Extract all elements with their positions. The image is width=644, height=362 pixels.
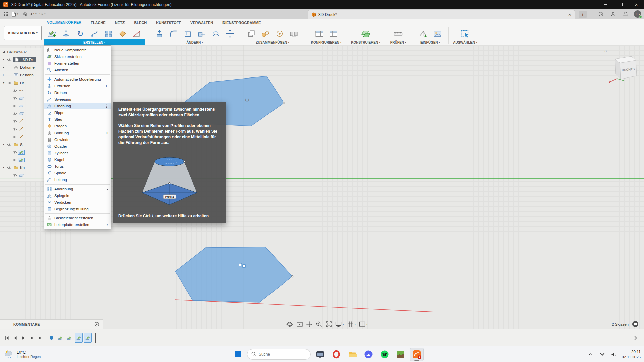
search-input[interactable] xyxy=(259,352,302,357)
move-button[interactable] xyxy=(224,28,236,40)
ribbon-tab-blech[interactable]: BLECH xyxy=(134,21,147,25)
construction-plane-button[interactable] xyxy=(360,28,372,40)
emboss-button[interactable] xyxy=(116,28,129,40)
sketch-hexagon-bottom[interactable] xyxy=(175,247,292,302)
ribbon-tab-kunststoff[interactable]: KUNSTSTOFF xyxy=(156,21,181,25)
ribbon-tab-dienstprogramme[interactable]: DIENSTPROGRAMME xyxy=(222,21,261,25)
menu-item-drehen[interactable]: ↻Drehen xyxy=(44,89,111,96)
play-button[interactable] xyxy=(19,333,28,343)
display-button[interactable]: ▾ xyxy=(335,321,344,327)
menu-item-basiselement-erstellen[interactable]: Basiselement erstellen xyxy=(44,215,111,221)
fusion-app-button[interactable] xyxy=(410,348,424,361)
timeline-feature-sketch[interactable] xyxy=(65,333,73,343)
group-label-ändern[interactable]: ÄNDERN▾ xyxy=(152,39,238,45)
fillet-button[interactable] xyxy=(167,28,180,40)
explorer-app-button[interactable] xyxy=(346,348,359,361)
joint-button[interactable] xyxy=(259,28,271,40)
group-label-einfügen[interactable]: EINFÜGEN▾ xyxy=(413,39,447,45)
expand-open-icon[interactable]: ▾ xyxy=(1,81,6,84)
ribbon-tab-netz[interactable]: NETZ xyxy=(115,21,125,25)
origin-point-handle[interactable] xyxy=(243,265,245,267)
visibility-eye-icon[interactable] xyxy=(11,151,18,154)
menu-item-neue-komponente[interactable]: Neue Komponente xyxy=(44,47,111,53)
avatar-button[interactable] xyxy=(609,10,617,18)
decal-button[interactable] xyxy=(431,28,443,40)
config-table-button[interactable] xyxy=(327,28,339,40)
menu-item-verdicken[interactable]: Verdicken xyxy=(44,199,111,206)
split-button[interactable] xyxy=(131,28,143,40)
timeline-feature-sketch[interactable] xyxy=(75,333,83,343)
visibility-eye-icon[interactable] xyxy=(11,97,18,100)
new-tab-button[interactable]: + xyxy=(579,11,587,18)
orbit-button[interactable] xyxy=(286,321,293,328)
menu-item-steg[interactable]: Steg xyxy=(44,116,111,123)
expand-closed-icon[interactable]: ▸ xyxy=(1,73,6,76)
bell-button[interactable] xyxy=(622,10,630,18)
weather-widget[interactable]: 10°C Leichter Regen xyxy=(4,346,41,362)
volume-button[interactable] xyxy=(610,350,618,358)
chevron-up-button[interactable] xyxy=(586,350,594,358)
visibility-eye-icon[interactable] xyxy=(6,143,13,146)
maximize-button[interactable] xyxy=(613,0,629,9)
menu-item-leitung[interactable]: Leitung xyxy=(44,176,111,183)
visibility-eye-icon[interactable] xyxy=(11,135,18,139)
timeline-settings-gear-icon[interactable] xyxy=(633,335,638,340)
menu-item-bohrung[interactable]: BohrungH xyxy=(44,130,111,136)
tray-clock[interactable]: 20:11 02.11.2025 xyxy=(622,349,641,360)
extrude-button[interactable] xyxy=(60,28,72,40)
as-built-joint-button[interactable] xyxy=(274,28,286,40)
group-label-konfigurieren[interactable]: KONFIGURIEREN▾ xyxy=(307,39,346,45)
expand-closed-icon[interactable]: ▸ xyxy=(1,66,6,69)
app-grid-button[interactable] xyxy=(2,10,10,18)
origin-point-handle[interactable] xyxy=(239,263,242,266)
vertex-point[interactable] xyxy=(283,102,285,104)
group-label-prüfen[interactable]: PRÜFEN▾ xyxy=(386,39,411,45)
fit-button[interactable] xyxy=(326,321,332,327)
step-forward-button[interactable] xyxy=(28,333,36,343)
timeline-feature-sketch[interactable] xyxy=(56,333,64,343)
timeline-position-marker[interactable] xyxy=(95,333,96,343)
visibility-eye-icon[interactable] xyxy=(6,166,13,169)
menu-item-begrenzungsfüllung[interactable]: Begrenzungsfüllung xyxy=(44,206,111,212)
visibility-eye-icon[interactable] xyxy=(11,127,18,131)
menu-item-rippe[interactable]: Rippe xyxy=(44,109,111,116)
configuration-button[interactable] xyxy=(313,28,325,40)
user-avatar[interactable]: LS xyxy=(634,10,641,18)
menu-item-form-erstellen[interactable]: Form erstellen xyxy=(44,60,111,67)
offset-button[interactable] xyxy=(210,28,222,40)
expand-open-icon[interactable]: ▾ xyxy=(1,143,6,146)
pattern-button[interactable] xyxy=(102,28,114,40)
menu-item-torus[interactable]: Torus xyxy=(44,163,111,170)
undo-button[interactable]: ↶▾ xyxy=(29,10,37,18)
press-pull-button[interactable] xyxy=(153,28,165,40)
shell-button[interactable] xyxy=(182,28,194,40)
revolve-button[interactable]: ↻ xyxy=(74,28,86,40)
menu-item-prägen[interactable]: Prägen xyxy=(44,123,111,130)
timeline-start-marker[interactable] xyxy=(50,336,53,340)
more-options-icon[interactable]: ⋮ xyxy=(105,104,108,108)
zoom-button[interactable] xyxy=(316,321,322,327)
visibility-eye-icon[interactable] xyxy=(11,158,18,162)
visibility-eye-icon[interactable] xyxy=(11,174,18,177)
combine-button[interactable] xyxy=(196,28,208,40)
minecraft-app-button[interactable] xyxy=(394,348,407,361)
sweep-button[interactable] xyxy=(88,28,100,40)
collapse-panel-icon[interactable]: ◀ xyxy=(3,51,5,54)
menu-item-quader[interactable]: Quader xyxy=(44,143,111,150)
comment-marker-icon[interactable] xyxy=(94,322,99,327)
visibility-eye-icon[interactable] xyxy=(11,104,18,108)
step-back-button[interactable] xyxy=(11,333,19,343)
konstruktion-dropdown[interactable]: KONSTRUKTION ▾ xyxy=(4,26,42,40)
home-view-icon[interactable]: ⌂ xyxy=(604,48,607,53)
timeline-feature-sketch[interactable] xyxy=(84,333,92,343)
measure-button[interactable] xyxy=(392,28,404,40)
close-button[interactable]: × xyxy=(629,0,644,9)
taskbar-search[interactable] xyxy=(247,349,311,360)
menu-item-zylinder[interactable]: Zylinder xyxy=(44,150,111,156)
visibility-eye-icon[interactable] xyxy=(6,58,13,61)
view-cube[interactable]: ⌂ RECHTS xyxy=(605,51,641,87)
visibility-eye-icon[interactable] xyxy=(11,89,18,92)
comments-bar[interactable]: KOMMENTARE xyxy=(0,319,103,329)
menu-item-sweeping[interactable]: Sweeping xyxy=(44,96,111,103)
redo-button[interactable]: ↷▾ xyxy=(38,10,46,18)
